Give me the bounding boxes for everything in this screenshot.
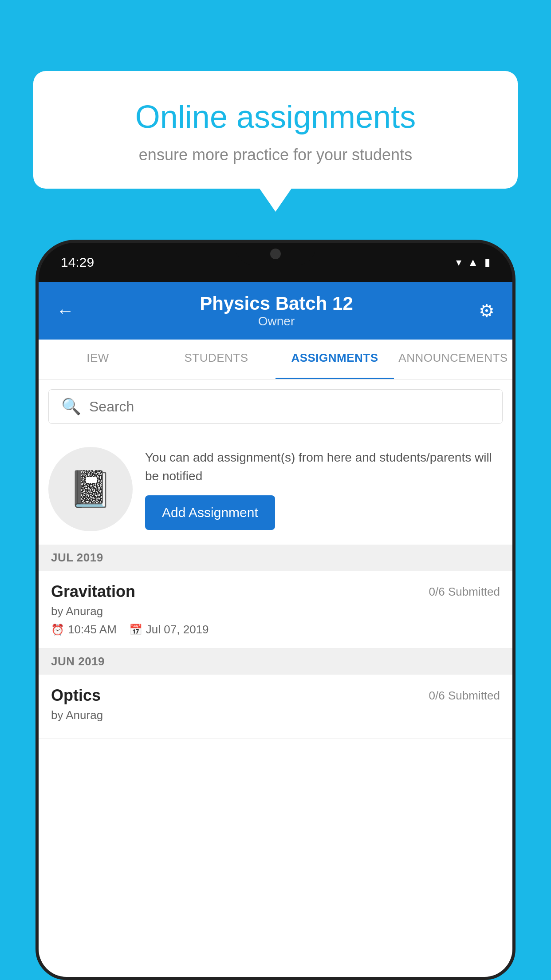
app-header: ← Physics Batch 12 Owner ⚙ [39,282,512,340]
assignment-optics-submitted: 0/6 Submitted [429,689,500,703]
assignment-row1: Gravitation 0/6 Submitted [51,582,500,601]
assignment-optics-row1: Optics 0/6 Submitted [51,686,500,705]
section-header-jun: JUN 2019 [39,648,512,675]
header-subtitle: Owner [200,314,353,328]
phone-notch [236,243,315,265]
back-button[interactable]: ← [56,301,74,321]
assignment-meta: ⏰ 10:45 AM 📅 Jul 07, 2019 [51,623,500,636]
wifi-icon: ▾ [456,256,461,269]
signal-icon: ▲ [468,256,478,269]
assignment-gravitation[interactable]: Gravitation 0/6 Submitted by Anurag ⏰ 10… [39,571,512,648]
assignment-optics-name: Optics [51,686,101,705]
assignment-optics[interactable]: Optics 0/6 Submitted by Anurag [39,675,512,739]
promo-section: 📓 You can add assignment(s) from here an… [39,434,512,545]
search-input[interactable] [89,399,490,415]
calendar-icon: 📅 [129,624,142,636]
assignment-time: 10:45 AM [68,623,117,636]
tab-students[interactable]: STUDENTS [157,340,276,379]
settings-icon[interactable]: ⚙ [479,300,495,321]
phone-frame: 14:29 ▾ ▲ ▮ ← Physics Batch 12 Owner ⚙ I… [35,240,516,980]
bubble-title: Online assignments [64,98,487,136]
search-bar[interactable]: 🔍 [48,389,503,424]
assignment-time-meta: ⏰ 10:45 AM [51,623,117,636]
assignment-date: Jul 07, 2019 [146,623,209,636]
assignment-by: by Anurag [51,605,500,618]
search-icon: 🔍 [61,397,81,416]
promo-icon-circle: 📓 [48,447,133,531]
assignment-name: Gravitation [51,582,135,601]
header-center: Physics Batch 12 Owner [200,293,353,328]
header-title: Physics Batch 12 [200,293,353,314]
tab-iew[interactable]: IEW [39,340,157,379]
tab-announcements[interactable]: ANNOUNCEMENTS [394,340,512,379]
screen-content: 🔍 📓 You can add assignment(s) from here … [39,379,512,977]
status-time: 14:29 [61,255,94,270]
assignment-notebook-icon: 📓 [68,468,113,510]
status-icons: ▾ ▲ ▮ [456,256,490,269]
assignment-optics-by: by Anurag [51,708,500,722]
status-bar: 14:29 ▾ ▲ ▮ [39,243,512,282]
section-header-jul: JUL 2019 [39,545,512,571]
assignment-date-meta: 📅 Jul 07, 2019 [129,623,209,636]
camera-dot [270,249,281,259]
promo-text: You can add assignment(s) from here and … [145,448,503,486]
tab-assignments[interactable]: ASSIGNMENTS [276,340,394,379]
bubble-subtitle: ensure more practice for your students [64,146,487,164]
speech-bubble-card: Online assignments ensure more practice … [33,71,518,189]
promo-right: You can add assignment(s) from here and … [145,448,503,530]
add-assignment-button[interactable]: Add Assignment [145,495,275,530]
tab-bar: IEW STUDENTS ASSIGNMENTS ANNOUNCEMENTS [39,340,512,379]
clock-icon: ⏰ [51,624,64,636]
assignment-submitted: 0/6 Submitted [429,585,500,599]
battery-icon: ▮ [484,256,490,269]
